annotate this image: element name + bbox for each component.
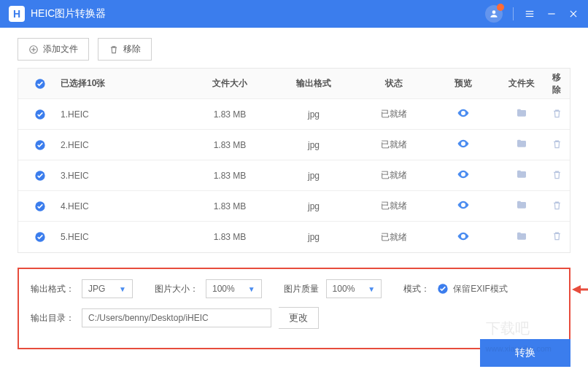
app-logo-icon: H	[9, 6, 25, 22]
col-remove: 移除	[551, 71, 562, 96]
table-header: 已选择10张 文件大小 输出格式 状态 预览 文件夹 移除	[18, 69, 570, 99]
cell-name: 1.HEIC	[55, 109, 186, 120]
preview-icon[interactable]	[457, 198, 470, 211]
cell-size: 1.83 MB	[186, 140, 274, 150]
add-file-label: 添加文件	[43, 43, 78, 55]
folder-icon[interactable]	[516, 199, 527, 211]
quality-label: 图片质量	[284, 283, 319, 295]
titlebar: H HEIC图片转换器	[0, 0, 588, 28]
remove-label: 移除	[123, 43, 141, 55]
row-checkbox[interactable]	[34, 170, 46, 182]
cell-size: 1.83 MB	[186, 109, 274, 120]
col-preview: 预览	[434, 77, 492, 90]
preview-icon[interactable]	[457, 106, 470, 120]
row-checkbox[interactable]	[34, 109, 46, 120]
arrow-annotation-icon	[572, 282, 588, 297]
chevron-down-icon: ▼	[119, 285, 126, 293]
folder-icon[interactable]	[516, 138, 527, 149]
folder-icon[interactable]	[516, 230, 527, 242]
app-title: HEIC图片转换器	[31, 7, 485, 20]
settings-panel: 输出格式： JPG ▼ 图片大小： 100% ▼ 图片质量 100% ▼ 模式：…	[18, 268, 570, 349]
table-row: 5.HEIC 1.83 MB jpg 已就绪	[18, 222, 570, 252]
trash-icon	[109, 44, 119, 55]
col-size: 文件大小	[186, 77, 274, 90]
col-status: 状态	[354, 77, 434, 90]
cell-name: 4.HEIC	[55, 201, 186, 211]
cell-status: 已就绪	[354, 169, 434, 182]
delete-icon[interactable]	[552, 169, 562, 180]
row-checkbox[interactable]	[34, 139, 46, 151]
cell-size: 1.83 MB	[186, 232, 274, 242]
col-selected: 已选择10张	[55, 77, 186, 90]
plus-circle-icon	[28, 44, 39, 55]
col-folder: 文件夹	[492, 77, 551, 90]
row-checkbox[interactable]	[34, 231, 46, 243]
mode-checkbox[interactable]: 保留EXIF模式	[437, 283, 508, 295]
remove-button[interactable]: 移除	[98, 38, 152, 61]
menu-icon[interactable]	[524, 8, 535, 20]
mode-label: 模式：	[403, 283, 430, 295]
cell-status: 已就绪	[354, 139, 434, 151]
table-row: 3.HEIC 1.83 MB jpg 已就绪	[18, 160, 570, 191]
size-value: 100%	[212, 284, 235, 294]
divider	[513, 7, 514, 20]
cell-name: 2.HEIC	[55, 140, 186, 150]
cell-format: jpg	[274, 109, 354, 120]
toolbar: 添加文件 移除	[0, 28, 588, 68]
user-badge-icon[interactable]	[485, 5, 503, 23]
svg-point-0	[492, 10, 496, 14]
chevron-down-icon: ▼	[368, 285, 375, 293]
size-label: 图片大小：	[155, 283, 198, 295]
format-label: 输出格式：	[31, 283, 74, 295]
file-table: 已选择10张 文件大小 输出格式 状态 预览 文件夹 移除 1.HEIC 1.8…	[18, 68, 570, 253]
table-row: 4.HEIC 1.83 MB jpg 已就绪	[18, 191, 570, 222]
svg-point-18	[463, 204, 465, 206]
change-dir-button[interactable]: 更改	[279, 307, 319, 329]
close-icon[interactable]	[568, 8, 579, 20]
mode-value: 保留EXIF模式	[453, 283, 508, 295]
outdir-label: 输出目录：	[31, 312, 74, 324]
cell-name: 3.HEIC	[55, 171, 186, 181]
size-select[interactable]: 100% ▼	[206, 279, 262, 298]
svg-marker-23	[572, 285, 581, 294]
format-value: JPG	[88, 284, 105, 294]
check-circle-icon	[437, 283, 449, 295]
cell-name: 5.HEIC	[55, 232, 186, 242]
svg-point-16	[463, 174, 465, 176]
col-format: 输出格式	[274, 77, 354, 90]
folder-icon[interactable]	[516, 168, 527, 180]
table-row: 1.HEIC 1.83 MB jpg 已就绪	[18, 99, 570, 130]
quality-value: 100%	[333, 284, 355, 294]
convert-button[interactable]: 转换	[480, 339, 570, 367]
delete-icon[interactable]	[552, 200, 562, 211]
delete-icon[interactable]	[552, 108, 562, 119]
preview-icon[interactable]	[457, 137, 470, 150]
row-checkbox[interactable]	[34, 201, 46, 212]
cell-status: 已就绪	[354, 108, 434, 120]
preview-icon[interactable]	[457, 230, 470, 243]
cell-size: 1.83 MB	[186, 201, 274, 211]
cell-format: jpg	[274, 201, 354, 211]
delete-icon[interactable]	[552, 230, 562, 241]
table-row: 2.HEIC 1.83 MB jpg 已就绪	[18, 130, 570, 160]
add-file-button[interactable]: 添加文件	[18, 38, 89, 61]
format-select[interactable]: JPG ▼	[82, 279, 133, 298]
svg-point-12	[463, 112, 465, 114]
chevron-down-icon: ▼	[248, 285, 255, 293]
svg-point-14	[463, 143, 465, 145]
minimize-icon[interactable]	[546, 8, 557, 20]
cell-status: 已就绪	[354, 200, 434, 212]
outdir-input[interactable]	[82, 308, 271, 327]
cell-status: 已就绪	[354, 231, 434, 244]
svg-point-20	[463, 235, 465, 237]
quality-select[interactable]: 100% ▼	[326, 279, 382, 298]
delete-icon[interactable]	[552, 139, 562, 149]
cell-format: jpg	[274, 140, 354, 150]
cell-format: jpg	[274, 171, 354, 181]
cell-size: 1.83 MB	[186, 171, 274, 181]
folder-icon[interactable]	[516, 107, 527, 119]
cell-format: jpg	[274, 232, 354, 242]
select-all-checkbox[interactable]	[34, 78, 46, 90]
preview-icon[interactable]	[457, 168, 470, 181]
